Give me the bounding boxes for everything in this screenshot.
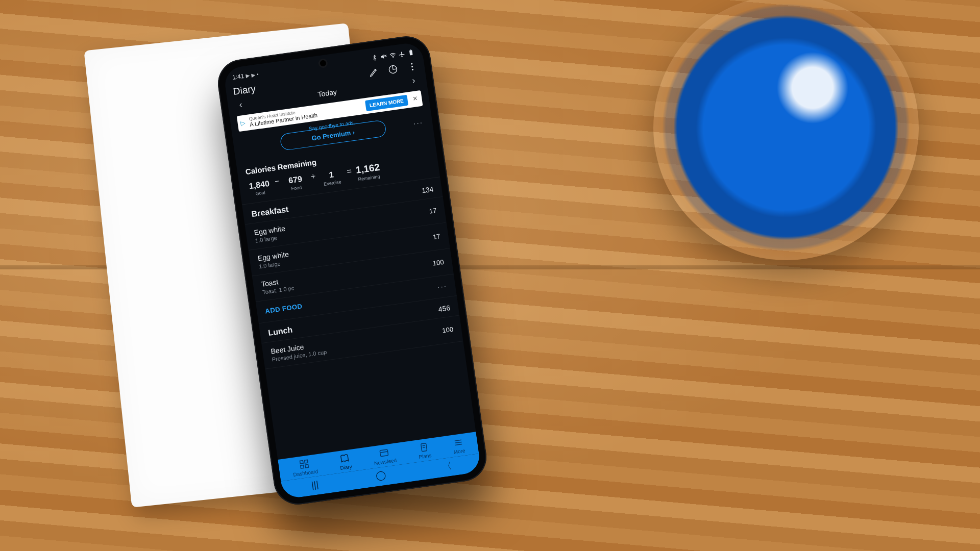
- date-label[interactable]: Today: [317, 87, 337, 98]
- minus-sign: −: [273, 177, 282, 194]
- calories-exercise-value: 1: [329, 170, 334, 180]
- diary-scroll[interactable]: Breakfast 134 Egg white 1.0 large 17 Egg…: [242, 177, 476, 460]
- nav-plans[interactable]: Plans: [417, 441, 432, 460]
- calories-goal-label: Goal: [255, 190, 265, 196]
- summary-more-icon[interactable]: ···: [413, 118, 424, 129]
- sys-back-button[interactable]: 〈: [436, 459, 458, 473]
- nav-label: Newsfeed: [374, 458, 397, 466]
- svg-point-7: [411, 66, 413, 67]
- sys-home-button[interactable]: ◯: [370, 468, 392, 482]
- calories-food: 679 Food: [283, 174, 309, 192]
- svg-line-18: [454, 440, 461, 441]
- status-left-icons: ▶ ▶ •: [246, 71, 259, 79]
- meal-name: Breakfast: [251, 205, 289, 219]
- calories-exercise-label: Exercise: [324, 179, 342, 187]
- wifi-icon: [389, 51, 397, 59]
- svg-line-17: [423, 447, 425, 447]
- svg-rect-9: [300, 461, 304, 464]
- status-time: 1:41: [232, 72, 244, 81]
- battery-icon: [407, 48, 415, 56]
- calories-food-value: 679: [288, 174, 303, 186]
- mute-icon: [380, 53, 387, 60]
- svg-rect-11: [301, 465, 304, 469]
- nav-more[interactable]: More: [452, 437, 465, 455]
- svg-line-19: [455, 442, 461, 443]
- food-cal: 17: [429, 207, 437, 215]
- ad-cta-button[interactable]: LEARN MORE: [365, 95, 408, 111]
- plus-sign: +: [309, 171, 318, 189]
- next-day-button[interactable]: ›: [407, 74, 420, 87]
- meal-name: Lunch: [267, 325, 293, 338]
- dashboard-icon: [299, 458, 310, 470]
- calories-remaining: 1,162 Remaining: [355, 162, 381, 182]
- newsfeed-icon: [378, 447, 390, 459]
- calories-goal: 1,840 Goal: [247, 179, 273, 197]
- edit-icon[interactable]: [368, 66, 380, 78]
- equals-sign: =: [345, 166, 354, 184]
- nav-dashboard[interactable]: Dashboard: [291, 457, 318, 477]
- calories-food-label: Food: [291, 185, 302, 191]
- food-cal: 100: [442, 325, 454, 335]
- pie-chart-icon[interactable]: [387, 64, 399, 76]
- nav-newsfeed[interactable]: Newsfeed: [372, 446, 397, 466]
- svg-point-6: [411, 63, 412, 64]
- ad-close-icon[interactable]: ✕: [411, 95, 420, 103]
- plans-icon: [418, 442, 430, 454]
- prev-day-button[interactable]: ‹: [234, 99, 247, 111]
- svg-line-20: [455, 444, 462, 445]
- nav-label: Plans: [419, 453, 432, 460]
- airplane-icon: [398, 50, 406, 58]
- svg-point-8: [412, 69, 413, 70]
- bluetooth-icon: [371, 54, 379, 61]
- add-food-button[interactable]: ADD FOOD: [264, 303, 303, 315]
- svg-line-16: [423, 445, 425, 446]
- nav-diary[interactable]: Diary: [338, 453, 353, 471]
- nav-label: Diary: [340, 464, 353, 471]
- svg-rect-3: [409, 50, 413, 55]
- page-title: Diary: [232, 83, 256, 97]
- svg-point-2: [393, 57, 394, 58]
- ad-marker-icon: ▷: [240, 119, 246, 127]
- svg-rect-12: [305, 464, 309, 468]
- menu-icon: [452, 437, 464, 448]
- calories-goal-value: 1,840: [249, 179, 270, 191]
- svg-rect-13: [380, 449, 388, 457]
- svg-line-14: [380, 452, 388, 453]
- calories-exercise: 1 Exercise: [319, 169, 345, 187]
- meal-more-icon[interactable]: ···: [437, 281, 448, 292]
- background-water-glass: [653, 0, 919, 260]
- sys-recent-button[interactable]: |||: [304, 478, 326, 491]
- diary-icon: [339, 453, 351, 464]
- nav-label: More: [453, 448, 465, 455]
- food-cal: 17: [432, 233, 440, 241]
- more-vert-icon[interactable]: [406, 61, 418, 72]
- meal-total: 134: [421, 185, 434, 194]
- food-cal: 100: [432, 258, 445, 267]
- meal-total: 456: [438, 304, 451, 313]
- svg-rect-10: [305, 460, 308, 463]
